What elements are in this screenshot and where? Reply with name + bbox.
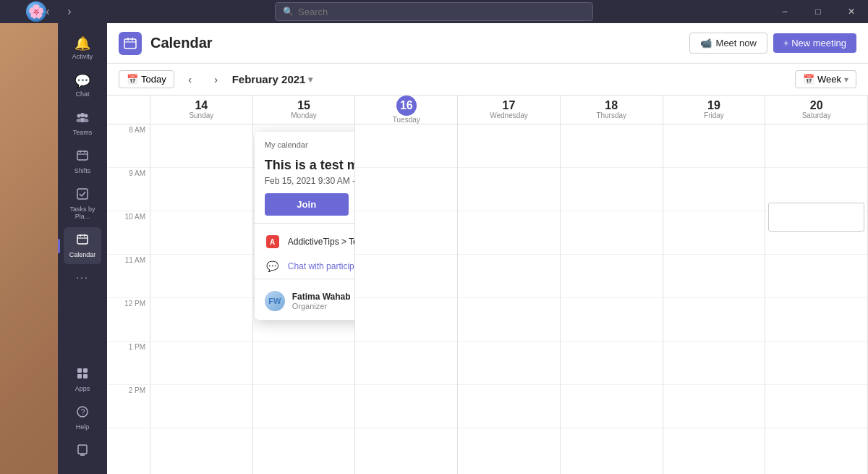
popup-chat-row[interactable]: 💬 Chat with participants xyxy=(255,254,356,279)
titlebar: 🌸 ‹ › 🔍 – □ ✕ xyxy=(0,0,868,23)
sidebar-item-label: Tasks by Pla... xyxy=(64,206,101,220)
svg-rect-24 xyxy=(124,39,136,48)
day-header-wed: 17 Wednesday xyxy=(458,96,561,124)
day-header-sat: 20 Saturday xyxy=(765,96,868,124)
svg-point-4 xyxy=(84,119,89,122)
sidebar-item-shifts[interactable]: Shifts xyxy=(64,143,101,180)
time-slot-12pm: 12 PM xyxy=(107,298,150,342)
help-icon: ? xyxy=(76,405,89,422)
svg-rect-16 xyxy=(83,368,88,373)
sidebar-item-activity[interactable]: 🔔 Activity xyxy=(64,30,101,66)
today-icon: 📅 xyxy=(127,74,138,85)
today-button[interactable]: 📅 Today xyxy=(119,70,174,88)
svg-point-5 xyxy=(77,119,82,122)
more-icon: ··· xyxy=(76,271,89,283)
svg-point-2 xyxy=(77,114,81,118)
time-slot-9am: 9 AM xyxy=(107,168,150,211)
prev-week-button[interactable]: ‹ xyxy=(180,69,200,90)
time-slot-8am: 8 AM xyxy=(107,124,150,168)
week-icon: 📅 xyxy=(803,74,814,85)
saturday-event-box xyxy=(768,203,864,232)
meet-now-button[interactable]: 📹 Meet now xyxy=(689,33,767,54)
search-input[interactable] xyxy=(298,7,585,17)
back-button[interactable]: ‹ xyxy=(38,1,58,22)
organizer-avatar: FW xyxy=(265,291,285,311)
tasks-icon xyxy=(76,187,89,204)
sidebar-item-help[interactable]: ? Help xyxy=(64,399,101,436)
time-slot-10am: 10 AM xyxy=(107,211,150,255)
chevron-down-icon: ▾ xyxy=(844,75,848,85)
days-area: 14 Sunday 15 Monday 16 Tuesday 17 Wednes… xyxy=(150,96,868,474)
sidebar-item-device[interactable] xyxy=(64,438,101,467)
sidebar-item-tasks[interactable]: Tasks by Pla... xyxy=(64,182,101,226)
day-col-thu[interactable] xyxy=(561,124,663,474)
join-button[interactable]: Join xyxy=(265,193,349,216)
sidebar-item-apps[interactable]: Apps xyxy=(64,361,101,398)
sidebar-item-label: Apps xyxy=(75,385,90,392)
popup-time: Feb 15, 2021 9:30 AM - 10:00 AM xyxy=(255,176,356,193)
maximize-button[interactable]: □ xyxy=(801,0,835,23)
sidebar-item-calendar[interactable]: Calendar xyxy=(64,227,101,264)
device-icon xyxy=(76,444,89,460)
teams-icon xyxy=(76,111,89,127)
svg-text:?: ? xyxy=(81,407,85,416)
popup-chat-link[interactable]: Chat with participants xyxy=(288,261,356,271)
sidebar: 🔔 Activity 💬 Chat Teams Shifts Tasks by … xyxy=(58,23,107,474)
sidebar-item-label: Chat xyxy=(75,90,89,98)
search-icon: 🔍 xyxy=(283,7,294,17)
sidebar-item-more[interactable]: ··· xyxy=(64,266,101,290)
meeting-popup: My calendar This is a test meeting Feb 1… xyxy=(255,132,356,320)
teams-channel-icon: A xyxy=(265,234,281,250)
calendar-toolbar: 📅 Today ‹ › February 2021 ▾ 📅 Week ▾ xyxy=(107,64,868,96)
shifts-icon xyxy=(76,149,89,166)
week-view-button[interactable]: 📅 Week ▾ xyxy=(795,70,856,88)
day-col-tue[interactable] xyxy=(355,124,458,474)
day-col-sun[interactable] xyxy=(150,124,253,474)
next-week-button[interactable]: › xyxy=(206,69,226,90)
svg-rect-18 xyxy=(83,374,88,378)
time-column: 8 AM 9 AM 10 AM 11 AM 12 PM 1 PM 2 PM xyxy=(107,96,150,474)
sidebar-item-label: Help xyxy=(76,423,90,431)
minimize-button[interactable]: – xyxy=(768,0,801,23)
calendar-app-icon xyxy=(119,32,142,55)
sidebar-item-label: Teams xyxy=(73,129,93,136)
popup-my-calendar-label: My calendar xyxy=(265,140,308,149)
apps-icon xyxy=(76,367,89,384)
sidebar-item-label: Activity xyxy=(72,53,93,60)
sidebar-item-teams[interactable]: Teams xyxy=(64,105,101,142)
month-label[interactable]: February 2021 ▾ xyxy=(232,73,313,85)
search-bar[interactable]: 🔍 xyxy=(275,2,593,21)
day-header-sun: 14 Sunday xyxy=(150,96,253,124)
svg-point-0 xyxy=(80,113,85,117)
window-controls: – □ ✕ xyxy=(768,0,868,23)
svg-rect-17 xyxy=(77,374,82,378)
app-window: 🔔 Activity 💬 Chat Teams Shifts Tasks by … xyxy=(58,23,868,474)
days-body: This is a test meeting Fatima Wahab 📹 My… xyxy=(150,124,868,474)
chat-icon: 💬 xyxy=(75,73,90,89)
activity-icon: 🔔 xyxy=(75,35,90,51)
close-button[interactable]: ✕ xyxy=(835,0,868,23)
calendar-icon xyxy=(76,233,89,250)
days-header: 14 Sunday 15 Monday 16 Tuesday 17 Wednes… xyxy=(150,96,868,124)
sidebar-bottom: Apps ? Help xyxy=(64,360,101,474)
day-col-mon[interactable]: This is a test meeting Fatima Wahab 📹 My… xyxy=(253,124,356,474)
calendar-header: Calendar 📹 Meet now + New meeting xyxy=(107,23,868,64)
chat-participants-icon: 💬 xyxy=(265,258,281,274)
calendar-title: Calendar xyxy=(150,35,213,51)
day-col-wed[interactable] xyxy=(458,124,561,474)
popup-channel-name: AddictiveTips > Test Channel xyxy=(288,237,356,247)
organizer-name: Fatima Wahab xyxy=(292,292,351,302)
popup-channel-row: A AddictiveTips > Test Channel xyxy=(255,229,356,254)
svg-rect-11 xyxy=(77,235,88,244)
day-col-sat[interactable] xyxy=(765,124,868,474)
svg-rect-21 xyxy=(78,445,87,454)
calendar-grid: 8 AM 9 AM 10 AM 11 AM 12 PM 1 PM 2 PM 14… xyxy=(107,96,868,474)
svg-rect-10 xyxy=(77,189,88,199)
svg-rect-15 xyxy=(77,368,82,373)
new-meeting-button[interactable]: + New meeting xyxy=(773,33,856,53)
popup-organizer-row: FW Fatima Wahab Organizer xyxy=(255,285,356,320)
forward-button[interactable]: › xyxy=(59,1,80,22)
sidebar-item-chat[interactable]: 💬 Chat xyxy=(64,67,101,103)
sidebar-item-label: Shifts xyxy=(75,167,91,174)
day-col-fri[interactable] xyxy=(663,124,766,474)
